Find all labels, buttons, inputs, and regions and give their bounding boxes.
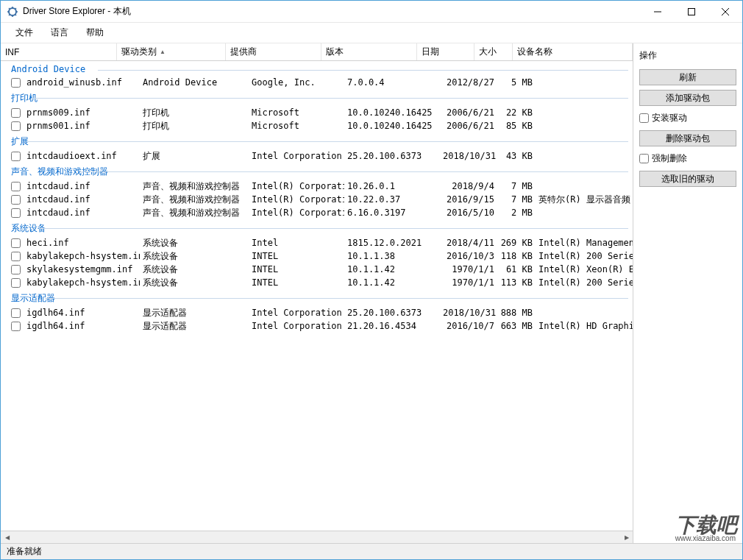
row-checkbox[interactable] bbox=[11, 308, 21, 318]
cell-date: 2018/4/11 bbox=[440, 238, 497, 248]
row-checkbox[interactable] bbox=[11, 108, 21, 118]
table-row[interactable]: intcdaud.inf声音、视频和游戏控制器Intel(R) Corporat… bbox=[1, 180, 633, 193]
cell-date: 2006/6/21 bbox=[440, 107, 497, 118]
table-row[interactable]: android_winusb.infAndroid DeviceGoogle, … bbox=[1, 76, 633, 89]
col-header-device[interactable]: 设备名称 bbox=[513, 43, 633, 60]
group-header[interactable]: Android Device bbox=[1, 61, 633, 76]
cell-provider: Intel(R) Corporation bbox=[249, 194, 344, 205]
install-checkbox-label[interactable]: 安装驱动 bbox=[639, 110, 736, 126]
scroll-right-icon[interactable]: ▶ bbox=[620, 531, 633, 544]
col-header-date[interactable]: 日期 bbox=[417, 43, 474, 60]
cell-class: 打印机 bbox=[140, 120, 249, 132]
menubar: 文件 语言 帮助 bbox=[1, 23, 742, 43]
table-row[interactable]: heci.inf系统设备Intel1815.12.0.20212018/4/11… bbox=[1, 236, 633, 249]
force-delete-checkbox[interactable] bbox=[639, 154, 649, 163]
group-header[interactable]: 显示适配器 bbox=[1, 289, 633, 306]
row-checkbox[interactable] bbox=[11, 121, 21, 131]
row-checkbox[interactable] bbox=[11, 152, 21, 161]
cell-size: 22 KB bbox=[497, 107, 536, 118]
cell-version: 10.1.1.42 bbox=[344, 264, 440, 274]
group-header[interactable]: 扩展 bbox=[1, 132, 633, 149]
cell-inf: intcdaud.inf bbox=[24, 194, 140, 205]
cell-date: 2016/10/3 bbox=[440, 251, 497, 261]
group-header[interactable]: 打印机 bbox=[1, 89, 633, 106]
cell-provider: Microsoft bbox=[249, 107, 344, 118]
cell-provider: Intel(R) Corporation bbox=[249, 208, 344, 218]
cell-size: 888 MB bbox=[497, 308, 536, 318]
cell-class: 系统设备 bbox=[140, 277, 249, 289]
row-checkbox[interactable] bbox=[11, 238, 21, 248]
cell-size: 5 MB bbox=[497, 77, 536, 88]
cell-inf: prnms009.inf bbox=[24, 107, 140, 118]
row-checkbox[interactable] bbox=[11, 322, 21, 331]
cell-provider: INTEL bbox=[249, 251, 344, 261]
install-checkbox[interactable] bbox=[639, 113, 649, 123]
cell-size: 85 KB bbox=[497, 121, 536, 131]
col-header-version[interactable]: 版本 bbox=[321, 43, 417, 60]
table-row[interactable]: intcdaudioext.inf扩展Intel Corporation25.2… bbox=[1, 149, 633, 163]
row-checkbox[interactable] bbox=[11, 252, 21, 261]
table-row[interactable]: prnms009.inf打印机Microsoft10.0.10240.16425… bbox=[1, 106, 633, 119]
cell-provider: Microsoft bbox=[249, 121, 344, 131]
cell-class: Android Device bbox=[140, 77, 249, 88]
refresh-button[interactable]: 刷新 bbox=[639, 69, 736, 85]
menu-language[interactable]: 语言 bbox=[42, 24, 77, 42]
cell-class: 扩展 bbox=[140, 150, 249, 163]
row-checkbox[interactable] bbox=[11, 208, 21, 218]
cell-date: 2016/5/10 bbox=[440, 208, 497, 218]
cell-inf: intcdaudioext.inf bbox=[24, 151, 140, 161]
col-header-class[interactable]: 驱动类别▲ bbox=[117, 43, 226, 60]
force-delete-checkbox-label[interactable]: 强制删除 bbox=[639, 151, 736, 166]
cell-date: 2012/8/27 bbox=[440, 77, 497, 88]
table-row[interactable]: prnms001.inf打印机Microsoft10.0.10240.16425… bbox=[1, 119, 633, 132]
cell-date: 1970/1/1 bbox=[440, 277, 497, 288]
cell-device: Intel(R) HD Graphics 630 bbox=[536, 321, 633, 331]
cell-size: 663 MB bbox=[497, 321, 536, 331]
maximize-button[interactable] bbox=[675, 1, 708, 23]
table-row[interactable]: intcdaud.inf声音、视频和游戏控制器Intel(R) Corporat… bbox=[1, 193, 633, 206]
cell-size: 43 KB bbox=[497, 151, 536, 161]
cell-provider: INTEL bbox=[249, 264, 344, 274]
table-row[interactable]: intcdaud.inf声音、视频和游戏控制器Intel(R) Corporat… bbox=[1, 206, 633, 219]
add-package-button[interactable]: 添加驱动包 bbox=[639, 90, 736, 106]
cell-version: 1815.12.0.2021 bbox=[344, 238, 440, 248]
cell-size: 269 KB bbox=[497, 238, 536, 248]
group-header[interactable]: 声音、视频和游戏控制器 bbox=[1, 163, 633, 180]
cell-inf: intcdaud.inf bbox=[24, 208, 140, 218]
cell-date: 2018/10/31 bbox=[440, 151, 497, 161]
table-row[interactable]: skylakesystemgmm.inf系统设备INTEL10.1.1.4219… bbox=[1, 263, 633, 276]
minimize-button[interactable] bbox=[641, 1, 675, 23]
group-header[interactable]: 系统设备 bbox=[1, 219, 633, 236]
col-header-provider[interactable]: 提供商 bbox=[226, 43, 321, 60]
delete-package-button[interactable]: 删除驱动包 bbox=[639, 130, 736, 146]
row-checkbox[interactable] bbox=[11, 265, 21, 274]
table-row[interactable]: igdlh64.inf显示适配器Intel Corporation25.20.1… bbox=[1, 306, 633, 319]
titlebar: Driver Store Explorer - 本机 bbox=[1, 1, 742, 23]
row-checkbox[interactable] bbox=[11, 78, 21, 88]
cell-size: 2 MB bbox=[497, 208, 536, 218]
row-checkbox[interactable] bbox=[11, 195, 21, 205]
statusbar: 准备就绪 bbox=[1, 543, 742, 559]
table-row[interactable]: igdlh64.inf显示适配器Intel Corporation21.20.1… bbox=[1, 319, 633, 333]
scroll-left-icon[interactable]: ◀ bbox=[1, 531, 13, 544]
cell-inf: igdlh64.inf bbox=[24, 321, 140, 331]
cell-class: 打印机 bbox=[140, 107, 249, 119]
horizontal-scrollbar[interactable]: ◀ ▶ bbox=[1, 531, 633, 543]
cell-version: 10.0.10240.16425 bbox=[344, 121, 440, 131]
col-header-size[interactable]: 大小 bbox=[474, 43, 513, 60]
cell-class: 声音、视频和游戏控制器 bbox=[140, 180, 249, 193]
close-button[interactable] bbox=[708, 1, 742, 23]
cell-date: 1970/1/1 bbox=[440, 264, 497, 274]
row-checkbox[interactable] bbox=[11, 278, 21, 288]
cell-class: 声音、视频和游戏控制器 bbox=[140, 207, 249, 219]
list-header: INF 驱动类别▲ 提供商 版本 日期 大小 设备名称 bbox=[1, 43, 633, 61]
menu-help[interactable]: 帮助 bbox=[77, 24, 113, 42]
row-checkbox[interactable] bbox=[11, 182, 21, 191]
select-old-button[interactable]: 选取旧的驱动 bbox=[639, 171, 736, 187]
cell-version: 7.0.0.4 bbox=[344, 77, 440, 88]
cell-class: 系统设备 bbox=[140, 263, 249, 276]
menu-file[interactable]: 文件 bbox=[7, 24, 42, 42]
col-header-inf[interactable]: INF bbox=[1, 43, 117, 60]
table-row[interactable]: kabylakepch-hsystem.inf系统设备INTEL10.1.1.4… bbox=[1, 276, 633, 289]
table-row[interactable]: kabylakepch-hsystem.inf系统设备INTEL10.1.1.3… bbox=[1, 249, 633, 263]
